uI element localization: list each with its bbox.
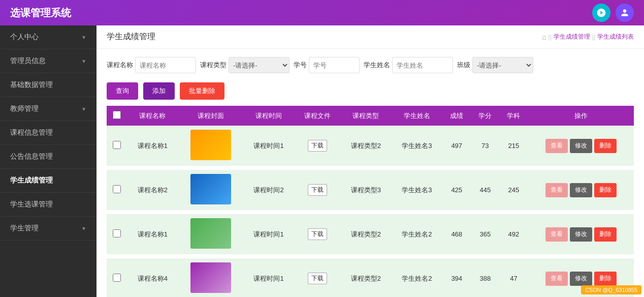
delete-button[interactable]: 删除 [594,227,617,242]
col-student-name: 学生姓名 [392,106,443,126]
download-button[interactable]: 下载 [308,228,327,240]
sidebar-item-label: 管理员信息 [10,56,46,66]
row-course-file: 下载 [294,126,340,168]
col-course-file: 课程文件 [294,106,340,126]
row-score: 394 [442,256,471,297]
batch-delete-button[interactable]: 批量删除 [180,82,224,100]
row-course-time: 课程时间2 [243,168,295,212]
row-subject: 47 [499,256,528,297]
chevron-down-icon: ▼ [81,226,86,231]
filter-class-label: 班级 [457,61,470,70]
view-button[interactable]: 查看 [545,272,568,286]
view-button[interactable]: 查看 [545,139,568,153]
download-button[interactable]: 下载 [308,184,327,196]
view-button[interactable]: 查看 [545,183,568,197]
action-group: 查看 修改 删除 [532,183,630,197]
row-course-cover [178,168,243,212]
row-credit: 73 [471,126,499,168]
sidebar-item-label: 学生成绩管理 [10,176,53,185]
row-checkbox[interactable] [113,274,121,282]
row-checkbox-cell [107,168,127,212]
select-all-checkbox[interactable] [113,111,121,119]
filter-class-group: 班级 -请选择- 班级1 班级2 班级3 [457,57,533,73]
row-subject: 492 [499,212,528,256]
row-actions: 查看 修改 删除 [528,212,634,256]
header: 选课管理系统 [0,0,644,25]
delete-button[interactable]: 删除 [594,139,617,153]
breadcrumb-bar: 学生成绩管理 ⌂ || 学生成绩管理 || 学生成绩列表 [96,25,644,49]
filter-class-select[interactable]: -请选择- 班级1 班级2 班级3 [472,57,533,73]
row-course-file: 下载 [294,256,340,297]
grade-table: 课程名称 课程封面 课程时间 课程文件 课程类型 学生姓名 成绩 学分 学科 操… [107,106,634,297]
row-checkbox[interactable] [113,141,121,149]
header-icons [592,4,634,22]
row-student-name: 学生姓名3 [392,168,443,212]
filter-course-name-input[interactable] [135,57,196,73]
download-button[interactable]: 下载 [308,273,327,284]
row-subject: 215 [499,126,528,168]
row-course-name: 课程名称4 [127,256,178,297]
edit-button[interactable]: 修改 [570,139,592,153]
col-course-time: 课程时间 [243,106,295,126]
col-course-type: 课程类型 [340,106,392,126]
row-score: 468 [442,212,471,256]
breadcrumb-sep1: || [549,34,552,41]
row-actions: 查看 修改 删除 [528,126,634,168]
header-icon-settings[interactable] [592,4,610,22]
sidebar-item-base-data[interactable]: 基础数据管理 [0,73,96,97]
breadcrumb-link1[interactable]: 学生成绩管理 [554,33,590,41]
row-checkbox-cell [107,126,127,168]
col-subject: 学科 [499,106,528,126]
action-row: 查询 添加 批量删除 [96,78,644,106]
view-button[interactable]: 查看 [545,227,568,242]
course-thumbnail [190,262,231,293]
sidebar-item-teacher[interactable]: 教师管理 ▼ [0,97,96,121]
query-button[interactable]: 查询 [107,82,138,100]
sidebar-item-label: 公告信息管理 [10,152,53,161]
sidebar-item-admin-info[interactable]: 管理员信息 ▼ [0,49,96,73]
row-course-time: 课程时间1 [243,256,295,297]
edit-button[interactable]: 修改 [570,183,592,197]
breadcrumb-link2[interactable]: 学生成绩列表 [597,33,634,41]
filter-student-name-input[interactable] [392,57,453,73]
sidebar-item-label: 基础数据管理 [10,80,53,90]
row-course-time: 课程时间1 [243,126,295,168]
edit-button[interactable]: 修改 [570,227,592,242]
row-checkbox[interactable] [113,185,121,193]
download-button[interactable]: 下载 [308,140,327,152]
row-credit: 388 [471,256,499,297]
col-checkbox [107,106,127,126]
sidebar-item-student[interactable]: 学生管理 ▼ [0,217,96,241]
delete-button[interactable]: 删除 [594,272,617,286]
sidebar-item-grade[interactable]: 学生成绩管理 [0,169,96,193]
edit-button[interactable]: 修改 [570,272,592,286]
filter-course-name-group: 课程名称 [107,57,196,73]
sidebar-item-course-info[interactable]: 课程信息管理 [0,121,96,145]
sidebar-item-course-select[interactable]: 学生选课管理 [0,193,96,217]
row-checkbox[interactable] [113,229,121,237]
table-row: 课程名称1 课程时间1 下载 课程类型2 学生姓名3 497 73 215 查看… [107,126,634,168]
sidebar-item-announcement[interactable]: 公告信息管理 [0,145,96,169]
row-credit: 365 [471,212,499,256]
row-course-cover [178,126,243,168]
filter-student-id-input[interactable] [309,57,360,73]
filter-area: 课程名称 课程类型 -请选择- 课程类型1 课程类型2 课程类型3 学号 学生姓… [96,49,644,78]
delete-button[interactable]: 删除 [594,183,617,197]
header-icon-user[interactable] [616,4,634,22]
sidebar-item-personal[interactable]: 个人中心 ▼ [0,25,96,49]
table-row: 课程名称4 课程时间1 下载 课程类型2 学生姓名2 394 388 47 查看… [107,256,634,297]
chevron-down-icon: ▼ [81,58,86,64]
filter-student-name-group: 学生姓名 [364,57,453,73]
row-course-name: 课程名称1 [127,126,178,168]
sidebar-item-label: 个人中心 [10,33,39,42]
row-course-cover [178,256,243,297]
table-row: 课程名称1 课程时间1 下载 课程类型2 学生姓名2 468 365 492 查… [107,212,634,256]
sidebar: 个人中心 ▼ 管理员信息 ▼ 基础数据管理 教师管理 ▼ 课程信息管理 公告信息… [0,25,96,297]
filter-course-type-label: 课程类型 [200,61,227,70]
row-course-type: 课程类型2 [340,126,392,168]
add-button[interactable]: 添加 [143,82,175,100]
filter-course-type-select[interactable]: -请选择- 课程类型1 课程类型2 课程类型3 [229,57,289,73]
filter-student-name-label: 学生姓名 [364,61,390,70]
home-icon: ⌂ [542,33,546,41]
row-checkbox-cell [107,256,127,297]
